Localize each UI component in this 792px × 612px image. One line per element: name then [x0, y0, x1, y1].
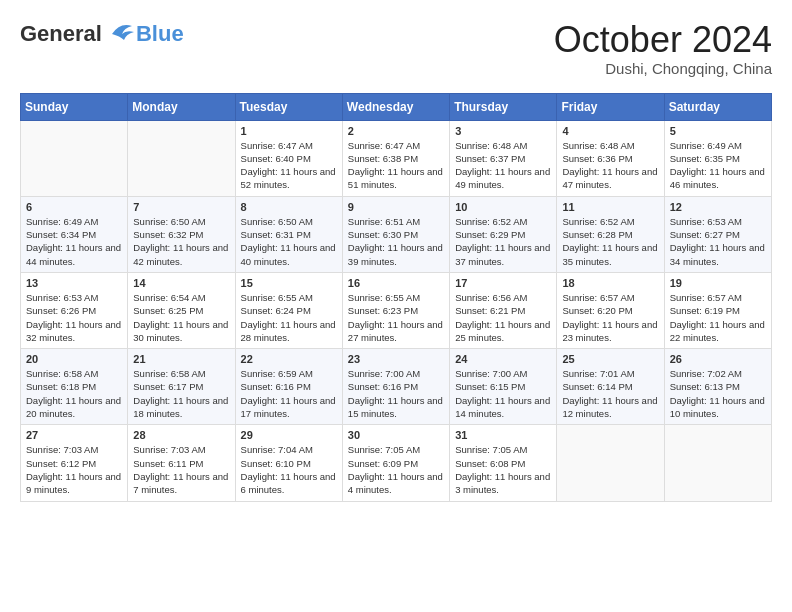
sunset: Sunset: 6:14 PM: [562, 381, 632, 392]
sunset: Sunset: 6:28 PM: [562, 229, 632, 240]
day-info: Sunrise: 6:52 AMSunset: 6:28 PMDaylight:…: [562, 215, 658, 268]
weekday-header: Monday: [128, 93, 235, 120]
sunset: Sunset: 6:20 PM: [562, 305, 632, 316]
day-number: 1: [241, 125, 337, 137]
sunrise: Sunrise: 6:53 AM: [26, 292, 98, 303]
day-info: Sunrise: 6:57 AMSunset: 6:19 PMDaylight:…: [670, 291, 766, 344]
calendar-week-row: 13Sunrise: 6:53 AMSunset: 6:26 PMDayligh…: [21, 272, 772, 348]
day-number: 14: [133, 277, 229, 289]
calendar-cell: 4Sunrise: 6:48 AMSunset: 6:36 PMDaylight…: [557, 120, 664, 196]
calendar-cell: 6Sunrise: 6:49 AMSunset: 6:34 PMDaylight…: [21, 196, 128, 272]
daylight: Daylight: 11 hours and 51 minutes.: [348, 166, 443, 190]
day-number: 30: [348, 429, 444, 441]
calendar-cell: 28Sunrise: 7:03 AMSunset: 6:11 PMDayligh…: [128, 425, 235, 501]
daylight: Daylight: 11 hours and 27 minutes.: [348, 319, 443, 343]
logo: General Blue: [20, 20, 184, 48]
logo-general-text: General: [20, 21, 102, 47]
day-info: Sunrise: 7:04 AMSunset: 6:10 PMDaylight:…: [241, 443, 337, 496]
sunset: Sunset: 6:36 PM: [562, 153, 632, 164]
day-info: Sunrise: 6:47 AMSunset: 6:38 PMDaylight:…: [348, 139, 444, 192]
sunrise: Sunrise: 6:58 AM: [133, 368, 205, 379]
daylight: Daylight: 11 hours and 22 minutes.: [670, 319, 765, 343]
day-number: 4: [562, 125, 658, 137]
daylight: Daylight: 11 hours and 40 minutes.: [241, 242, 336, 266]
sunset: Sunset: 6:11 PM: [133, 458, 203, 469]
day-number: 27: [26, 429, 122, 441]
calendar-cell: 20Sunrise: 6:58 AMSunset: 6:18 PMDayligh…: [21, 349, 128, 425]
calendar-cell: 9Sunrise: 6:51 AMSunset: 6:30 PMDaylight…: [342, 196, 449, 272]
sunset: Sunset: 6:12 PM: [26, 458, 96, 469]
daylight: Daylight: 11 hours and 15 minutes.: [348, 395, 443, 419]
day-number: 31: [455, 429, 551, 441]
day-number: 23: [348, 353, 444, 365]
calendar-cell: [557, 425, 664, 501]
sunrise: Sunrise: 6:59 AM: [241, 368, 313, 379]
day-info: Sunrise: 6:47 AMSunset: 6:40 PMDaylight:…: [241, 139, 337, 192]
calendar-cell: 15Sunrise: 6:55 AMSunset: 6:24 PMDayligh…: [235, 272, 342, 348]
sunrise: Sunrise: 6:49 AM: [670, 140, 742, 151]
sunrise: Sunrise: 7:01 AM: [562, 368, 634, 379]
calendar-cell: 13Sunrise: 6:53 AMSunset: 6:26 PMDayligh…: [21, 272, 128, 348]
day-number: 7: [133, 201, 229, 213]
day-info: Sunrise: 6:57 AMSunset: 6:20 PMDaylight:…: [562, 291, 658, 344]
sunset: Sunset: 6:32 PM: [133, 229, 203, 240]
day-info: Sunrise: 6:53 AMSunset: 6:26 PMDaylight:…: [26, 291, 122, 344]
daylight: Daylight: 11 hours and 30 minutes.: [133, 319, 228, 343]
calendar-cell: 3Sunrise: 6:48 AMSunset: 6:37 PMDaylight…: [450, 120, 557, 196]
calendar-cell: 5Sunrise: 6:49 AMSunset: 6:35 PMDaylight…: [664, 120, 771, 196]
daylight: Daylight: 11 hours and 28 minutes.: [241, 319, 336, 343]
day-number: 5: [670, 125, 766, 137]
day-info: Sunrise: 7:05 AMSunset: 6:09 PMDaylight:…: [348, 443, 444, 496]
calendar-cell: 8Sunrise: 6:50 AMSunset: 6:31 PMDaylight…: [235, 196, 342, 272]
daylight: Daylight: 11 hours and 17 minutes.: [241, 395, 336, 419]
daylight: Daylight: 11 hours and 3 minutes.: [455, 471, 550, 495]
day-info: Sunrise: 6:56 AMSunset: 6:21 PMDaylight:…: [455, 291, 551, 344]
sunset: Sunset: 6:34 PM: [26, 229, 96, 240]
sunrise: Sunrise: 6:50 AM: [241, 216, 313, 227]
day-info: Sunrise: 6:48 AMSunset: 6:37 PMDaylight:…: [455, 139, 551, 192]
calendar-cell: [21, 120, 128, 196]
day-number: 25: [562, 353, 658, 365]
sunrise: Sunrise: 6:48 AM: [455, 140, 527, 151]
daylight: Daylight: 11 hours and 9 minutes.: [26, 471, 121, 495]
sunrise: Sunrise: 7:00 AM: [455, 368, 527, 379]
day-number: 26: [670, 353, 766, 365]
day-number: 6: [26, 201, 122, 213]
calendar-cell: 29Sunrise: 7:04 AMSunset: 6:10 PMDayligh…: [235, 425, 342, 501]
day-info: Sunrise: 7:03 AMSunset: 6:11 PMDaylight:…: [133, 443, 229, 496]
sunrise: Sunrise: 6:55 AM: [241, 292, 313, 303]
day-number: 13: [26, 277, 122, 289]
day-info: Sunrise: 6:52 AMSunset: 6:29 PMDaylight:…: [455, 215, 551, 268]
sunset: Sunset: 6:31 PM: [241, 229, 311, 240]
sunset: Sunset: 6:40 PM: [241, 153, 311, 164]
daylight: Daylight: 11 hours and 23 minutes.: [562, 319, 657, 343]
weekday-header: Tuesday: [235, 93, 342, 120]
weekday-header-row: SundayMondayTuesdayWednesdayThursdayFrid…: [21, 93, 772, 120]
daylight: Daylight: 11 hours and 18 minutes.: [133, 395, 228, 419]
weekday-header: Wednesday: [342, 93, 449, 120]
calendar-cell: 26Sunrise: 7:02 AMSunset: 6:13 PMDayligh…: [664, 349, 771, 425]
month-title: October 2024: [554, 20, 772, 60]
day-info: Sunrise: 6:48 AMSunset: 6:36 PMDaylight:…: [562, 139, 658, 192]
daylight: Daylight: 11 hours and 12 minutes.: [562, 395, 657, 419]
sunrise: Sunrise: 7:03 AM: [26, 444, 98, 455]
calendar-cell: 14Sunrise: 6:54 AMSunset: 6:25 PMDayligh…: [128, 272, 235, 348]
calendar-cell: 31Sunrise: 7:05 AMSunset: 6:08 PMDayligh…: [450, 425, 557, 501]
day-info: Sunrise: 6:50 AMSunset: 6:31 PMDaylight:…: [241, 215, 337, 268]
day-number: 17: [455, 277, 551, 289]
daylight: Daylight: 11 hours and 44 minutes.: [26, 242, 121, 266]
sunset: Sunset: 6:10 PM: [241, 458, 311, 469]
daylight: Daylight: 11 hours and 35 minutes.: [562, 242, 657, 266]
sunrise: Sunrise: 6:47 AM: [241, 140, 313, 151]
daylight: Daylight: 11 hours and 47 minutes.: [562, 166, 657, 190]
daylight: Daylight: 11 hours and 14 minutes.: [455, 395, 550, 419]
calendar-cell: 1Sunrise: 6:47 AMSunset: 6:40 PMDaylight…: [235, 120, 342, 196]
sunrise: Sunrise: 6:56 AM: [455, 292, 527, 303]
calendar-cell: 7Sunrise: 6:50 AMSunset: 6:32 PMDaylight…: [128, 196, 235, 272]
sunset: Sunset: 6:16 PM: [241, 381, 311, 392]
calendar-table: SundayMondayTuesdayWednesdayThursdayFrid…: [20, 93, 772, 502]
sunrise: Sunrise: 7:05 AM: [348, 444, 420, 455]
day-info: Sunrise: 7:05 AMSunset: 6:08 PMDaylight:…: [455, 443, 551, 496]
sunrise: Sunrise: 6:54 AM: [133, 292, 205, 303]
sunrise: Sunrise: 6:58 AM: [26, 368, 98, 379]
